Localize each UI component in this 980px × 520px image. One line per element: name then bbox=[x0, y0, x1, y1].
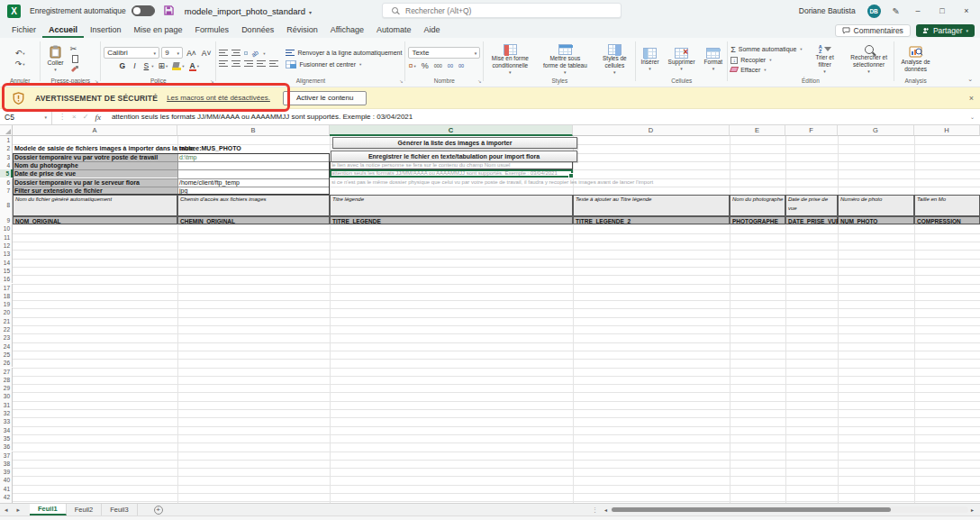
cell-G9[interactable]: NUM_PHOTO bbox=[838, 216, 914, 224]
insert-cells-button[interactable]: Insérer▾ bbox=[639, 46, 660, 71]
cell-A3[interactable]: Dossier temporaire vu par votre poste de… bbox=[13, 153, 177, 161]
row-header-9[interactable]: 9 bbox=[0, 216, 13, 224]
cell-H8[interactable]: Taille en Mo bbox=[914, 195, 980, 216]
cell-C9[interactable]: TITRE_LEGENDE bbox=[330, 216, 573, 224]
dialog-launcher-icon[interactable]: ↘ bbox=[95, 78, 98, 84]
row-header-18[interactable]: 18 bbox=[0, 292, 13, 300]
cell-A5[interactable]: Date de prise de vue bbox=[13, 169, 177, 178]
row-header-11[interactable]: 11 bbox=[0, 233, 13, 242]
paste-button[interactable]: Coller ▾ bbox=[43, 44, 67, 73]
avatar[interactable]: DB bbox=[867, 5, 881, 18]
spreadsheet-grid[interactable]: ABCDEFGH12345678910111213141516171819202… bbox=[0, 125, 980, 503]
row-header-43[interactable]: 43 bbox=[0, 501, 13, 503]
cell-B8[interactable]: Chemin d'accès aux fichiers images bbox=[177, 195, 330, 216]
cell-E8[interactable]: Nom du photographe bbox=[730, 195, 785, 216]
horizontal-scrollbar[interactable]: ◂ ▸ bbox=[602, 504, 980, 515]
cell-D9[interactable]: TITRE_LEGENDE_2 bbox=[573, 216, 730, 224]
cell-styles-button[interactable]: Styles de cellules▾ bbox=[596, 42, 632, 76]
analyze-data-button[interactable]: Analyse de données bbox=[897, 44, 935, 73]
insert-function-icon[interactable]: fx bbox=[95, 113, 101, 122]
expand-formula-bar-icon[interactable]: ⌄ bbox=[970, 114, 975, 120]
percent-icon[interactable]: % bbox=[422, 61, 429, 70]
row-header-14[interactable]: 14 bbox=[0, 259, 13, 267]
align-top-icon[interactable] bbox=[219, 50, 228, 57]
redo-button[interactable]: ↷▾ bbox=[15, 59, 25, 68]
close-warning-icon[interactable]: × bbox=[969, 94, 974, 103]
previous-sheet-icon[interactable]: ◂ bbox=[0, 504, 13, 515]
name-box-splitter-icon[interactable]: ⋮ bbox=[59, 113, 66, 121]
column-header-H[interactable]: H bbox=[914, 125, 980, 136]
scroll-left-icon[interactable]: ◂ bbox=[602, 506, 610, 513]
merge-center-button[interactable]: Fusionner et centrer▾ bbox=[286, 60, 361, 68]
row-header-7[interactable]: 7 bbox=[0, 187, 13, 195]
decrease-decimal-icon[interactable]: 00 bbox=[458, 63, 464, 68]
autosave-toggle[interactable] bbox=[132, 5, 155, 16]
comments-button[interactable]: Commentaires bbox=[835, 24, 911, 37]
cell-A4[interactable]: Nom du photographe bbox=[13, 161, 177, 169]
number-format-select[interactable]: Texte▾ bbox=[408, 47, 480, 59]
document-title[interactable]: modele_import_photo_standard▾ bbox=[185, 6, 312, 16]
cell-C5[interactable]: attention seuls les formats JJ/MM/AAAA o… bbox=[330, 169, 573, 178]
italic-button[interactable]: I bbox=[132, 61, 137, 70]
autosum-button[interactable]: ΣSomme automatique▾ bbox=[730, 45, 802, 54]
dialog-launcher-icon[interactable]: ↘ bbox=[210, 78, 213, 84]
cell-A7[interactable]: Filter sur extension de fichier bbox=[13, 187, 177, 195]
row-header-40[interactable]: 40 bbox=[0, 476, 13, 484]
row-header-20[interactable]: 20 bbox=[0, 308, 13, 316]
edit-mode-icon[interactable]: ✎ bbox=[893, 6, 900, 16]
dialog-launcher-icon[interactable]: ↘ bbox=[399, 78, 403, 84]
row-header-5[interactable]: 5 bbox=[0, 169, 13, 178]
row-header-12[interactable]: 12 bbox=[0, 242, 13, 250]
enable-content-button[interactable]: Activer le contenu bbox=[283, 91, 368, 105]
menu-tab-données[interactable]: Données bbox=[235, 22, 280, 38]
column-header-G[interactable]: G bbox=[838, 125, 914, 136]
cancel-entry-icon[interactable]: × bbox=[72, 113, 77, 121]
row-header-2[interactable]: 2 bbox=[0, 144, 13, 152]
cell-A6[interactable]: Dossier temporaire vu par le serveur flo… bbox=[13, 178, 177, 187]
minimize-button[interactable]: – bbox=[912, 6, 924, 15]
row-header-39[interactable]: 39 bbox=[0, 468, 13, 476]
thousands-separator-icon[interactable]: 000 bbox=[434, 63, 442, 68]
cell-C4[interactable]: le lien avec la notice personne se fera … bbox=[330, 161, 573, 169]
cut-icon[interactable]: ✂ bbox=[70, 44, 79, 53]
name-box[interactable]: C5▾ bbox=[0, 109, 52, 125]
accounting-format-button[interactable]: ¤▾ bbox=[408, 61, 415, 70]
row-header-29[interactable]: 29 bbox=[0, 384, 13, 392]
scroll-right-icon[interactable]: ▸ bbox=[968, 506, 976, 513]
font-size-select[interactable]: 9▾ bbox=[161, 47, 183, 59]
sheet-tab-feuil1[interactable]: Feuil1 bbox=[30, 504, 67, 515]
increase-font-button[interactable]: A˄ bbox=[185, 49, 198, 58]
borders-button[interactable]: ⊞▾ bbox=[158, 61, 168, 70]
next-sheet-icon[interactable]: ▸ bbox=[13, 504, 25, 515]
row-header-36[interactable]: 36 bbox=[0, 442, 13, 451]
cell-E9[interactable]: PHOTOGRAPHE bbox=[730, 216, 785, 224]
menu-tab-affichage[interactable]: Affichage bbox=[324, 22, 370, 38]
menu-tab-automate[interactable]: Automate bbox=[370, 22, 418, 38]
column-header-A[interactable]: A bbox=[13, 125, 177, 136]
font-name-select[interactable]: Calibri▾ bbox=[104, 47, 159, 59]
cell-D8[interactable]: Texte à ajouter au Titre légende bbox=[573, 195, 730, 216]
find-select-button[interactable]: Rechercher et sélectionner▾ bbox=[848, 43, 891, 75]
cell-A8[interactable]: Nom du fichier généré automatiquement bbox=[13, 195, 177, 216]
row-header-16[interactable]: 16 bbox=[0, 275, 13, 283]
decrease-indent-icon[interactable] bbox=[257, 60, 266, 68]
delete-cells-button[interactable]: Supprimer▾ bbox=[667, 46, 697, 71]
row-header-28[interactable]: 28 bbox=[0, 376, 13, 384]
row-header-26[interactable]: 26 bbox=[0, 359, 13, 367]
cell-F9[interactable]: DATE_PRISE_VUE bbox=[785, 216, 838, 224]
cell-B9[interactable]: CHEMIN_ORIGINAL bbox=[177, 216, 330, 224]
cell-A2[interactable]: Modele de saisie de fichiers images à im… bbox=[13, 144, 177, 152]
row-header-21[interactable]: 21 bbox=[0, 317, 13, 325]
row-header-4[interactable]: 4 bbox=[0, 161, 13, 169]
increase-indent-icon[interactable] bbox=[269, 60, 278, 68]
sheet-macro-button-1[interactable]: Générer la liste des images à importer bbox=[332, 137, 577, 149]
row-header-38[interactable]: 38 bbox=[0, 460, 13, 468]
tab-splitter-icon[interactable]: ⋮ bbox=[588, 504, 602, 515]
column-header-F[interactable]: F bbox=[785, 125, 838, 136]
format-as-table-button[interactable]: Mettre sous forme de tableau▾ bbox=[540, 42, 590, 76]
menu-tab-insertion[interactable]: Insertion bbox=[84, 22, 128, 38]
copy-icon[interactable] bbox=[72, 55, 78, 63]
row-header-42[interactable]: 42 bbox=[0, 493, 13, 501]
cell-B7[interactable]: jpg bbox=[177, 187, 330, 195]
column-header-D[interactable]: D bbox=[573, 125, 730, 136]
